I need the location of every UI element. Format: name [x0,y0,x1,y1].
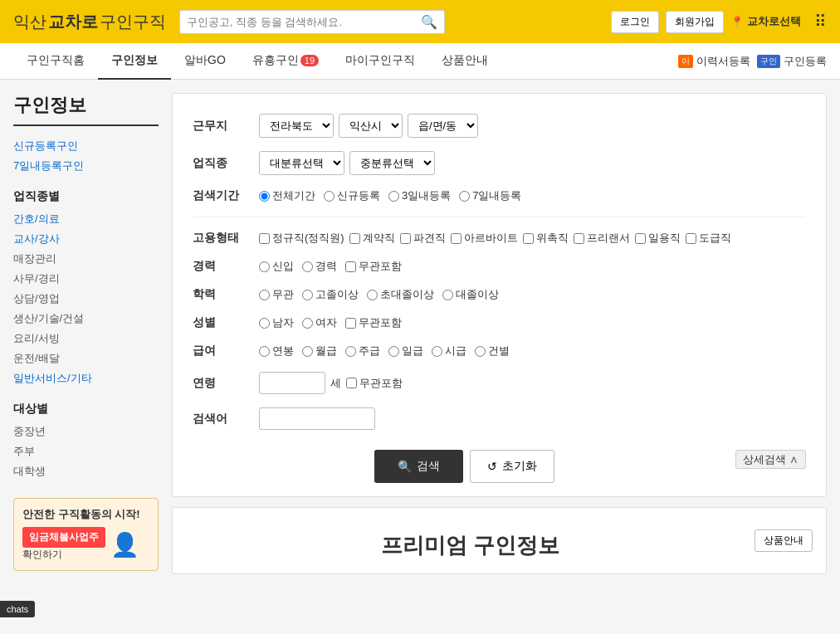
sidebar-item-store[interactable]: 매장관리 [13,249,159,269]
salary-annual[interactable]: 연봉 [259,344,294,358]
career-row: 경력 신입 경력 무관포함 [193,259,806,274]
edu-options: 무관 고졸이상 초대졸이상 대졸이상 [259,287,499,302]
location-selector[interactable]: 📍 교차로선택 [730,14,801,29]
employ-contract[interactable]: 계약직 [349,231,395,246]
nav-item-my[interactable]: 마이구인구직 [332,43,428,80]
sidebar-item-office[interactable]: 사무/경리 [13,269,159,289]
region1-select[interactable]: 전라북도 [259,114,334,138]
region3-select[interactable]: 읍/면/동 [408,114,478,138]
ad-btn2: 확인하기 [22,549,62,560]
nav-item-alba[interactable]: 알바GO [171,43,239,80]
salary-daily[interactable]: 일급 [388,344,423,358]
sidebar-item-production[interactable]: 생산/기술/건설 [13,309,159,329]
career-all[interactable]: 무관포함 [345,259,402,274]
career-new[interactable]: 신입 [259,259,294,274]
sidebar: 구인정보 신규등록구인 7일내등록구인 업직종별 간호/의료 교사/강사 매장관… [13,93,159,574]
sidebar-item-middle-aged[interactable]: 중장년 [13,422,159,441]
age-nocare[interactable]: 무관포함 [346,376,403,391]
search-input[interactable] [187,16,421,28]
edu-high[interactable]: 고졸이상 [302,287,359,302]
employ-freelance[interactable]: 프리랜서 [574,231,630,246]
button-area: 🔍 검색 ↺ 초기화 상세검색 ∧ [193,443,806,483]
major-category-select[interactable]: 대분류선택 [259,151,344,175]
salary-monthly[interactable]: 월급 [302,344,337,358]
gender-options: 남자 여자 무관포함 [259,315,402,330]
sidebar-item-nursing[interactable]: 간호/의료 [13,209,159,229]
nav-item-products[interactable]: 상품안내 [428,43,501,80]
sidebar-item-driving[interactable]: 운전/배달 [13,349,159,368]
sidebar-divider [13,124,159,126]
employ-parttime[interactable]: 아르바이트 [451,231,518,246]
reset-button[interactable]: ↺ 초기화 [470,450,554,483]
premium-section: 프리미엄 구인정보 상품안내 [172,507,827,574]
employ-commission[interactable]: 위촉직 [523,231,569,246]
region2-select[interactable]: 익산시 [339,114,403,138]
edu-college[interactable]: 초대졸이상 [367,287,434,302]
edu-univ[interactable]: 대졸이상 [442,287,499,302]
career-label: 경력 [193,259,259,274]
sidebar-target-title: 대상별 [13,402,159,417]
sidebar-link-new[interactable]: 신규등록구인 [13,136,159,156]
age-content: 세 무관포함 [259,372,403,394]
employ-dispatch[interactable]: 파견직 [400,231,446,246]
period-7days[interactable]: 7일내등록 [459,188,521,203]
login-button[interactable]: 로그인 [611,11,659,33]
employ-row: 고용형태 정규직(정직원) 계약직 파견직 아르바이트 위촉직 프리랜서 일용직… [193,231,806,246]
gender-all[interactable]: 무관포함 [345,315,402,330]
job-register-btn[interactable]: 구인 구인등록 [757,54,827,69]
sidebar-item-teacher[interactable]: 교사/강사 [13,229,159,249]
search-button[interactable]: 🔍 검색 [374,450,463,483]
salary-per[interactable]: 건별 [475,344,510,358]
header: 익산 교차로 구인구직 🔍 로그인 회원가입 📍 교차로선택 ⠿ [0,0,840,43]
career-exp[interactable]: 경력 [302,259,337,274]
nav-item-home[interactable]: 구인구직홈 [13,43,98,80]
premium-product-btn[interactable]: 상품안내 [755,529,813,552]
keyword-input[interactable] [259,407,375,430]
premium-title: 프리미엄 구인정보 [381,531,559,560]
grid-icon[interactable]: ⠿ [814,12,827,32]
job-register-label: 구인등록 [784,54,827,69]
sidebar-item-general[interactable]: 일반서비스/기타 [13,368,159,388]
sidebar-job-type-title: 업직종별 [13,189,159,204]
detail-search-btn[interactable]: 상세검색 ∧ [735,452,806,467]
search-icon: 🔍 [398,460,412,473]
salary-options: 연봉 월급 주급 일급 시급 건별 [259,344,510,358]
period-all[interactable]: 전체기간 [259,188,315,203]
sub-category-select[interactable]: 중분류선택 [349,151,435,175]
location-label: 교차로선택 [747,14,801,29]
gender-male[interactable]: 남자 [259,315,294,330]
navigation: 구인구직홈 구인정보 알바GO 유흥구인 19 마이구인구직 상품안내 이 이력… [0,43,840,80]
ad-row: 임금체불사업주 확인하기 👤 [22,527,149,562]
job-type-row: 업직종 대분류선택 중분류선택 [193,151,806,175]
sidebar-item-consulting[interactable]: 상담/영업 [13,289,159,309]
period-options: 전체기간 신규등록 3일내등록 7일내등록 [259,188,521,203]
age-label: 연령 [193,376,259,391]
sidebar-item-student[interactable]: 대학생 [13,461,159,481]
edu-none[interactable]: 무관 [259,287,294,302]
period-3days[interactable]: 3일내등록 [388,188,451,203]
nav-item-adult[interactable]: 유흥구인 19 [239,43,332,80]
employ-contract2[interactable]: 도급직 [686,231,731,246]
age-input[interactable] [259,372,325,394]
edu-row: 학력 무관 고졸이상 초대졸이상 대졸이상 [193,287,806,302]
salary-hourly[interactable]: 시급 [432,344,466,358]
sidebar-link-7days[interactable]: 7일내등록구인 [13,156,159,176]
salary-weekly[interactable]: 주급 [345,344,380,358]
gender-row: 성별 남자 여자 무관포함 [193,315,806,330]
ad-button[interactable]: 임금체불사업주 [22,527,105,548]
job-type-selects: 대분류선택 중분류선택 [259,151,435,175]
period-row: 검색기간 전체기간 신규등록 3일내등록 7일내등록 [193,188,806,203]
keyword-content [259,407,375,430]
resume-register-btn[interactable]: 이 이력서등록 [678,54,750,69]
register-button[interactable]: 회원가입 [666,11,724,33]
sidebar-item-housewife[interactable]: 주부 [13,441,159,461]
resume-label: 이력서등록 [696,54,750,69]
nav-item-info[interactable]: 구인정보 [98,43,171,80]
sidebar-item-cooking[interactable]: 요리/서빙 [13,329,159,349]
gender-female[interactable]: 여자 [302,315,337,330]
search-button[interactable]: 🔍 [421,14,437,30]
period-new[interactable]: 신규등록 [324,188,380,203]
employ-regular[interactable]: 정규직(정직원) [259,231,344,246]
employ-daily[interactable]: 일용직 [635,231,681,246]
career-options: 신입 경력 무관포함 [259,259,402,274]
